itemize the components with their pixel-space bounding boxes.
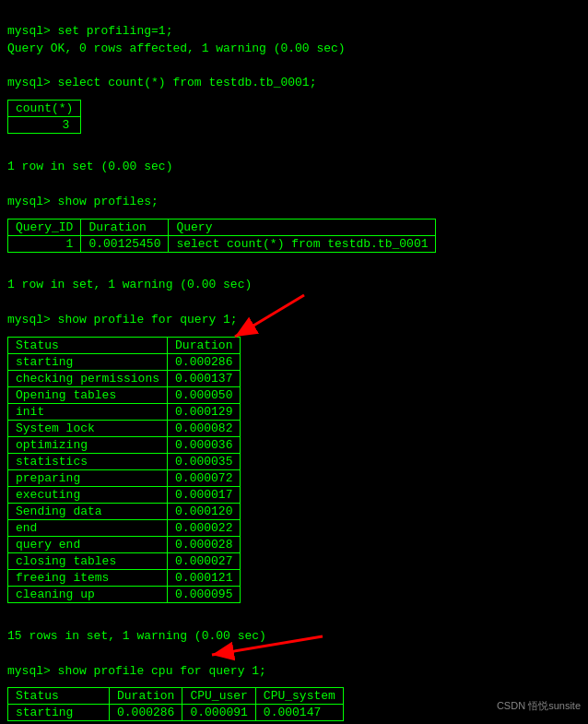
count-value: 3 — [8, 117, 81, 134]
count-table: count(*) 3 — [7, 100, 81, 134]
profile-row-7-dur: 0.000072 — [168, 469, 241, 486]
profile-row-14-status: cleaning up — [8, 586, 168, 602]
profile-header-duration: Duration — [168, 337, 241, 353]
blank-1 — [7, 59, 15, 73]
profiles-row-query: select count(*) from testdb.tb_0001 — [169, 235, 436, 252]
profile-table: Status Duration starting0.000286 checkin… — [7, 337, 241, 603]
terminal: mysql> set profiling=1; Query OK, 0 rows… — [0, 0, 588, 98]
profiles-table-wrapper: Query_ID Duration Query 1 0.00125450 sel… — [0, 219, 588, 253]
terminal-2: 1 row in set (0.00 sec) mysql> show prof… — [0, 136, 588, 216]
profile-row-2-dur: 0.000050 — [168, 386, 241, 403]
profile-row-2-status: Opening tables — [8, 386, 168, 403]
profile-row-11-dur: 0.000028 — [168, 536, 241, 552]
cpu-row-0-duration: 0.000286 — [110, 705, 182, 721]
profile-row-13-status: freeing items — [8, 569, 168, 586]
cpu-header-user: CPU_user — [182, 688, 255, 705]
blank-3 — [7, 295, 15, 309]
profile-row-12-dur: 0.000027 — [168, 552, 241, 569]
profile-row-0-dur: 0.000286 — [168, 353, 241, 370]
line-1: mysql> set profiling=1; — [7, 24, 172, 38]
count-table-wrapper: count(*) 3 — [0, 100, 588, 134]
profile-row-12-status: closing tables — [8, 552, 168, 569]
profile-row-0-status: starting — [8, 353, 168, 370]
profile-row-3-dur: 0.000129 — [168, 403, 241, 420]
profile-row-6-status: statistics — [8, 453, 168, 469]
profile-row-9-dur: 0.000120 — [168, 503, 241, 519]
line-5: mysql> show profiles; — [7, 195, 159, 208]
cpu-header-system: CPU_system — [255, 688, 343, 705]
line-8: 15 rows in set, 1 warning (0.00 sec) — [7, 629, 266, 643]
profile-cpu-table: Status Duration CPU_user CPU_system star… — [7, 687, 344, 721]
profile-row-9-status: Sending data — [8, 503, 168, 519]
line-9: mysql> show profile cpu for query 1; — [7, 664, 266, 678]
cpu-row-0-system: 0.000147 — [255, 705, 343, 721]
cpu-row-0-user: 0.000091 — [182, 705, 255, 721]
cpu-row-0-status: starting — [8, 705, 110, 721]
terminal-4: 15 rows in set, 1 warning (0.00 sec) mys… — [0, 605, 588, 685]
profiles-row-duration: 0.00125450 — [81, 235, 169, 252]
count-header: count(*) — [8, 101, 81, 117]
profile-header-status: Status — [8, 337, 168, 353]
profiles-table: Query_ID Duration Query 1 0.00125450 sel… — [7, 219, 436, 253]
profile-row-8-dur: 0.000017 — [168, 486, 241, 503]
profile-row-10-status: end — [8, 519, 168, 536]
cpu-header-status: Status — [8, 688, 110, 705]
profiles-header-2: Duration — [81, 219, 169, 235]
profile-row-3-status: init — [8, 403, 168, 420]
profile-row-5-status: optimizing — [8, 436, 168, 453]
profile-row-10-dur: 0.000022 — [168, 519, 241, 536]
profile-row-6-dur: 0.000035 — [168, 453, 241, 469]
profiles-header-3: Query — [169, 219, 436, 235]
profiles-header-1: Query_ID — [8, 219, 81, 235]
terminal-3: 1 row in set, 1 warning (0.00 sec) mysql… — [0, 255, 588, 335]
line-2: Query OK, 0 rows affected, 1 warning (0.… — [7, 42, 346, 55]
profile-row-7-status: preparing — [8, 469, 168, 486]
profile-row-11-status: query end — [8, 536, 168, 552]
line-6: 1 row in set, 1 warning (0.00 sec) — [7, 278, 252, 291]
line-4: 1 row in set (0.00 sec) — [7, 160, 172, 173]
cpu-header-duration: Duration — [110, 688, 182, 705]
line-7: mysql> show profile for query 1; — [7, 313, 238, 326]
blank-2 — [7, 177, 15, 191]
profile-row-14-dur: 0.000095 — [168, 586, 241, 602]
profile-row-1-dur: 0.000137 — [168, 370, 241, 386]
blank-4 — [7, 647, 15, 660]
profile-row-5-dur: 0.000036 — [168, 436, 241, 453]
profile-row-13-dur: 0.000121 — [168, 569, 241, 586]
profiles-row-id: 1 — [8, 235, 81, 252]
profile-row-1-status: checking permissions — [8, 370, 168, 386]
profile-table-wrapper: Status Duration starting0.000286 checkin… — [0, 337, 588, 603]
profile-row-4-dur: 0.000082 — [168, 420, 241, 436]
profile-row-4-status: System lock — [8, 420, 168, 436]
watermark: CSDN 悟悦sunsite — [497, 699, 581, 713]
profile-row-8-status: executing — [8, 486, 168, 503]
line-3: mysql> select count(*) from testdb.tb_00… — [7, 76, 316, 89]
